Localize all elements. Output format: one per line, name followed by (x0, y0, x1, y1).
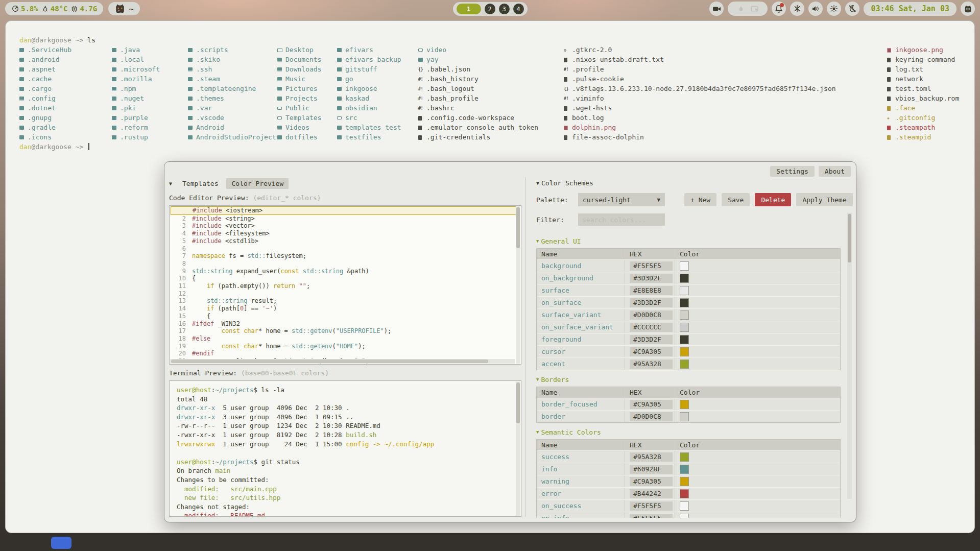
palette-value: cursed-light (583, 196, 631, 204)
file-icon: #! (418, 77, 426, 82)
table-row[interactable]: on_success#F5F5F5 (537, 499, 840, 512)
delete-palette-button[interactable]: Delete (755, 193, 791, 206)
color-swatch[interactable] (680, 465, 689, 474)
bluetooth-off-button[interactable] (790, 2, 804, 16)
table-row[interactable]: surface_variant#D0D0C8 (537, 308, 840, 321)
code-vertical-scrollbar[interactable] (516, 206, 520, 364)
new-palette-button[interactable]: + New (684, 193, 716, 206)
tab-color-preview[interactable]: Color Preview (226, 178, 289, 189)
color-swatch[interactable] (680, 400, 689, 409)
color-hex[interactable]: #C9A305 (625, 346, 675, 357)
workspace-1[interactable]: 1 (457, 4, 481, 14)
color-hex[interactable]: #C9A305 (625, 398, 675, 410)
terminal-launcher-pill[interactable]: >_ ~ (108, 2, 140, 15)
color-hex[interactable]: #F5F5F5 (625, 512, 675, 518)
color-swatch[interactable] (680, 501, 689, 511)
color-swatch[interactable] (680, 412, 689, 421)
color-hex[interactable]: #95A328 (625, 451, 675, 463)
color-swatch[interactable] (680, 452, 689, 462)
colors-scrollbar[interactable] (847, 213, 852, 499)
terminal-preview-scrollbar[interactable] (516, 381, 520, 516)
screen-record-button[interactable] (709, 2, 724, 16)
table-row[interactable]: on_surface_variant#CCCCCC (537, 321, 840, 333)
color-swatch-cell (675, 272, 840, 284)
color-hex[interactable]: #B44242 (625, 488, 675, 499)
workspace-2[interactable]: 2 (485, 4, 495, 14)
column-header: Name (537, 440, 625, 450)
brightness-button[interactable] (827, 2, 841, 16)
color-hex[interactable]: #3D3D2F (625, 272, 675, 284)
color-name: on_info (537, 512, 625, 518)
color-hex[interactable]: #C9A305 (625, 475, 675, 487)
color-hex[interactable]: #95A328 (625, 358, 675, 370)
table-row[interactable]: on_info#F5F5F5 (537, 512, 840, 518)
terminal-preview[interactable]: user@host:~/projects$ ls -latotal 48drwx… (169, 380, 521, 517)
table-row[interactable]: info#60928F (537, 463, 840, 475)
color-hex[interactable]: #60928F (625, 463, 675, 475)
workspace-4[interactable]: 4 (513, 4, 524, 14)
section-title[interactable]: ▼General UI (536, 236, 843, 246)
file-item: .ServiceHub (19, 45, 112, 55)
table-row[interactable]: on_surface#3D3D2F (537, 296, 840, 308)
section-title[interactable]: ▼Semantic Colors (536, 427, 843, 437)
file-item: Music (277, 74, 337, 84)
table-row[interactable]: background#F5F5F5 (537, 259, 840, 272)
apply-theme-button[interactable]: Apply Theme (796, 193, 852, 206)
file-item: #!.viminfo (564, 93, 887, 103)
color-swatch[interactable] (680, 274, 689, 283)
section-title[interactable]: ▼Borders (536, 374, 843, 385)
color-swatch-cell (675, 260, 840, 272)
file-item: .nixos-unstab.draft.txt (564, 55, 887, 64)
table-row[interactable]: success#95A328 (537, 450, 840, 463)
code-horizontal-scrollbar[interactable] (170, 359, 515, 364)
table-row[interactable]: border_focused#C9A305 (537, 398, 840, 410)
color-swatch[interactable] (680, 477, 689, 486)
color-hex[interactable]: #D0D0C8 (625, 309, 675, 321)
color-hex[interactable]: #F5F5F5 (625, 500, 675, 512)
tab-templates[interactable]: Templates (177, 178, 223, 189)
color-hex[interactable]: #D0D0C8 (625, 411, 675, 422)
workspace-3[interactable]: 3 (499, 4, 510, 14)
table-row[interactable]: surface#E8E8E8 (537, 284, 840, 296)
table-row[interactable]: border#D0D0C8 (537, 410, 840, 422)
do-not-disturb-button[interactable] (845, 2, 859, 16)
table-row[interactable]: cursor#C9A305 (537, 345, 840, 357)
filter-input[interactable] (578, 213, 665, 226)
volume-button[interactable] (808, 2, 823, 16)
file-name: .dotnet (28, 104, 56, 112)
table-row[interactable]: on_background#3D3D2F (537, 272, 840, 284)
file-item: yay (418, 55, 564, 64)
file-item: Templates (277, 113, 337, 123)
save-palette-button[interactable]: Save (722, 193, 750, 206)
tray-owl-button[interactable] (961, 2, 975, 16)
color-hex[interactable]: #3D3D2F (625, 297, 675, 308)
color-swatch[interactable] (680, 261, 689, 271)
folder-icon (188, 97, 196, 102)
color-swatch[interactable] (680, 323, 689, 332)
file-name: .emulator_console_auth_token (426, 124, 538, 131)
code-editor-preview[interactable]: #include <iostream>2#include <string>3#i… (169, 205, 521, 365)
color-swatch[interactable] (680, 298, 689, 307)
color-swatch[interactable] (680, 286, 689, 295)
palette-dropdown[interactable]: cursed-light ▼ (578, 193, 665, 206)
color-swatch[interactable] (680, 514, 689, 518)
color-swatch[interactable] (680, 360, 689, 369)
table-row[interactable]: foreground#3D3D2F (537, 333, 840, 345)
table-row[interactable]: warning#C9A305 (537, 475, 840, 487)
about-button[interactable]: About (819, 166, 851, 177)
color-hex[interactable]: #3D3D2F (625, 333, 675, 345)
notifications-button[interactable] (772, 2, 786, 16)
color-swatch[interactable] (680, 489, 689, 498)
color-swatch[interactable] (680, 310, 689, 320)
table-row[interactable]: error#B44242 (537, 487, 840, 499)
color-hex[interactable]: #E8E8E8 (625, 284, 675, 296)
table-row[interactable]: accent#95A328 (537, 357, 840, 370)
color-hex[interactable]: #CCCCCC (625, 321, 675, 333)
collapse-arrow-icon[interactable]: ▼ (169, 181, 172, 186)
color-swatch[interactable] (680, 347, 689, 356)
collapse-arrow-icon[interactable]: ▼ (536, 180, 539, 186)
clock[interactable]: 03:46 Sat, Jan 03 (864, 2, 957, 16)
color-swatch[interactable] (680, 335, 689, 344)
settings-button[interactable]: Settings (770, 166, 815, 177)
color-hex[interactable]: #F5F5F5 (625, 260, 675, 272)
